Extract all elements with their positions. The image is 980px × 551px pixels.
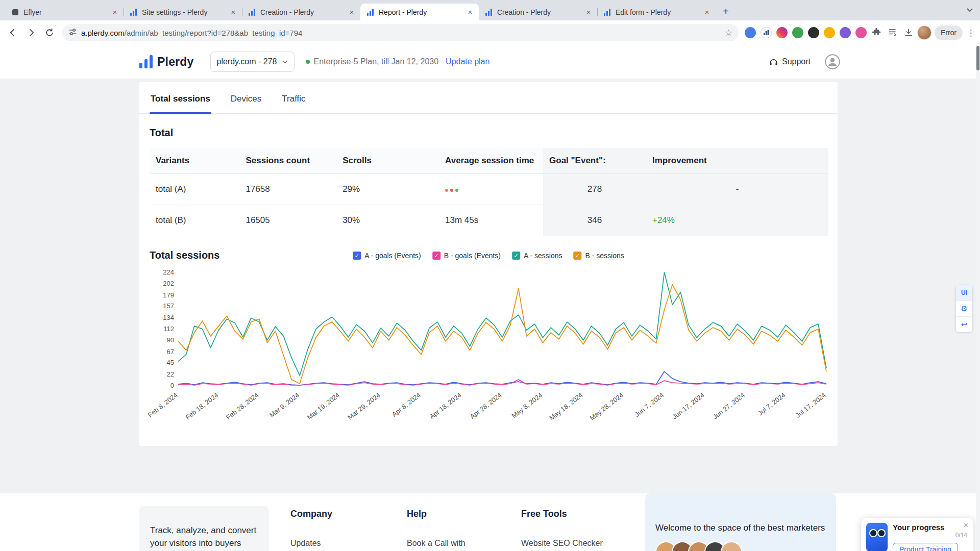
support-button[interactable]: Support <box>769 57 811 67</box>
page-footer: Track, analyze, and convert your visitor… <box>0 493 980 551</box>
extension-icon[interactable] <box>776 27 788 38</box>
footer-column-company: Company Updates <box>290 509 382 549</box>
forward-button[interactable] <box>22 24 40 41</box>
progress-title: Your progress <box>893 523 967 532</box>
browser-tab[interactable]: Site settings - Plerdy × <box>124 4 242 20</box>
reload-button[interactable] <box>41 24 58 41</box>
svg-text:Mar 29, 2024: Mar 29, 2024 <box>346 391 382 421</box>
sessions-section-title: Total sessions <box>150 249 219 261</box>
downloads-icon[interactable] <box>901 25 916 40</box>
legend-checkbox-icon[interactable]: ✓ <box>432 252 440 260</box>
browser-tab-active[interactable]: Report - Plerdy × <box>360 4 479 20</box>
legend-item[interactable]: ✓B - sessions <box>574 252 624 260</box>
tab-title: Site settings - Plerdy <box>142 8 225 16</box>
browser-tab[interactable]: Edit form - Plerdy × <box>597 4 716 20</box>
bookmark-star-icon[interactable]: ☆ <box>725 28 732 38</box>
svg-text:0: 0 <box>170 382 174 389</box>
user-avatar[interactable] <box>824 53 841 70</box>
browser-tab[interactable]: Creation - Plerdy × <box>479 4 597 20</box>
svg-text:Apr 8, 2024: Apr 8, 2024 <box>390 391 422 418</box>
cell-improvement: - <box>646 174 828 205</box>
extension-icon[interactable] <box>761 27 772 38</box>
extension-icon[interactable] <box>808 27 819 38</box>
legend-item[interactable]: ✓A - goals (Events) <box>353 252 421 260</box>
cell-variant: total (B) <box>150 205 239 236</box>
extension-icon[interactable] <box>824 27 835 38</box>
tab-close-icon[interactable]: × <box>347 8 356 17</box>
totals-table: Variants Sessions count Scrolls Average … <box>150 148 828 236</box>
browser-toolbar: a.plerdy.com/admin/ab_testing/report?id=… <box>0 20 980 45</box>
plan-text: Enterprise-5 Plan, till Jan 12, 2030 <box>314 57 439 66</box>
table-row-variant-a: total (A) 17658 29% 278 - <box>150 174 828 205</box>
product-training-button[interactable]: Product Training <box>893 543 958 551</box>
svg-text:157: 157 <box>163 302 174 310</box>
extensions-puzzle-icon[interactable] <box>871 28 881 38</box>
domain-selector[interactable]: plerdy.com - 278 <box>210 52 295 72</box>
site-settings-icon[interactable] <box>68 28 77 38</box>
extension-icon[interactable] <box>745 27 756 38</box>
svg-text:Jun 7, 2024: Jun 7, 2024 <box>633 391 666 419</box>
tab-total-sessions[interactable]: Total sessions <box>150 94 211 113</box>
svg-text:202: 202 <box>163 280 174 287</box>
legend-item[interactable]: ✓B - goals (Events) <box>432 252 501 260</box>
col-sessions-count: Sessions count <box>239 148 336 174</box>
reading-list-icon[interactable] <box>885 25 900 40</box>
legend-item[interactable]: ✓A - sessions <box>512 252 562 260</box>
address-bar[interactable]: a.plerdy.com/admin/ab_testing/report?id=… <box>62 24 739 41</box>
tab-close-icon[interactable]: × <box>702 8 712 17</box>
cell-avg-time-loading <box>439 174 543 205</box>
svg-text:Jul 17, 2024: Jul 17, 2024 <box>794 391 827 419</box>
footer-link-seo-checker[interactable]: Website SEO Checker <box>521 538 613 549</box>
browser-tab[interactable]: Creation - Plerdy × <box>242 4 360 20</box>
legend-label: B - sessions <box>585 252 624 260</box>
legend-checkbox-icon[interactable]: ✓ <box>512 252 520 260</box>
browser-menu-icon[interactable]: ⋮ <box>966 28 976 38</box>
tab-close-icon[interactable]: × <box>465 8 475 17</box>
close-icon[interactable]: × <box>964 521 968 530</box>
settings-gear-icon[interactable]: ⚙ <box>956 301 972 317</box>
undo-reply-icon[interactable]: ↩ <box>956 317 972 332</box>
page-scrollbar[interactable] <box>976 45 980 551</box>
back-button[interactable] <box>4 24 21 41</box>
plerdy-logo-icon <box>139 55 154 69</box>
mascot-illustration <box>866 523 888 551</box>
profile-error-button[interactable]: Error <box>935 26 963 40</box>
svg-text:179: 179 <box>163 291 174 299</box>
svg-text:45: 45 <box>167 359 174 366</box>
extension-icon[interactable] <box>855 27 867 38</box>
tab-title: Eflyer <box>23 8 106 16</box>
plerdy-logo[interactable]: Plerdy <box>139 55 194 69</box>
extension-icon[interactable] <box>792 27 803 38</box>
profile-avatar[interactable] <box>917 26 932 40</box>
new-tab-button[interactable]: + <box>719 4 733 18</box>
support-label: Support <box>782 57 811 66</box>
plerdy-favicon <box>130 8 138 16</box>
legend-label: A - sessions <box>524 252 562 260</box>
scrollbar-thumb[interactable] <box>976 46 979 70</box>
update-plan-link[interactable]: Update plan <box>446 57 489 66</box>
legend-checkbox-icon[interactable]: ✓ <box>574 252 582 260</box>
side-tools-panel: UI ⚙ ↩ <box>955 285 973 333</box>
cell-sessions: 17658 <box>239 174 336 205</box>
footer-link-updates[interactable]: Updates <box>290 538 382 549</box>
tab-close-icon[interactable]: × <box>584 8 593 17</box>
svg-text:Jun 17, 2024: Jun 17, 2024 <box>671 391 705 421</box>
footer-column-title: Free Tools <box>521 509 613 519</box>
browser-tab[interactable]: Eflyer × <box>5 4 124 20</box>
tab-traffic[interactable]: Traffic <box>281 94 306 113</box>
sessions-line-chart: 224202179157134112906745220Feb 8, 2024Fe… <box>146 261 831 435</box>
site-header: Plerdy plerdy.com - 278 Enterprise-5 Pla… <box>0 45 980 79</box>
footer-link-book-call[interactable]: Book a Call with Marketing Manager <box>407 538 499 551</box>
tab-close-icon[interactable]: × <box>110 8 119 17</box>
tab-close-icon[interactable]: × <box>229 8 238 17</box>
ui-mode-button[interactable]: UI <box>956 285 972 301</box>
tab-devices[interactable]: Devices <box>230 94 262 113</box>
legend-checkbox-icon[interactable]: ✓ <box>353 252 361 260</box>
svg-text:Jun 27, 2024: Jun 27, 2024 <box>712 391 746 421</box>
plerdy-favicon <box>603 8 611 16</box>
tab-title: Creation - Plerdy <box>497 8 580 16</box>
tabstrip-chevron-icon[interactable] <box>967 5 973 14</box>
extension-icon[interactable] <box>840 27 851 38</box>
report-card: Total sessions Devices Traffic Total Var… <box>139 81 838 446</box>
svg-text:Mar 9, 2024: Mar 9, 2024 <box>268 391 301 419</box>
